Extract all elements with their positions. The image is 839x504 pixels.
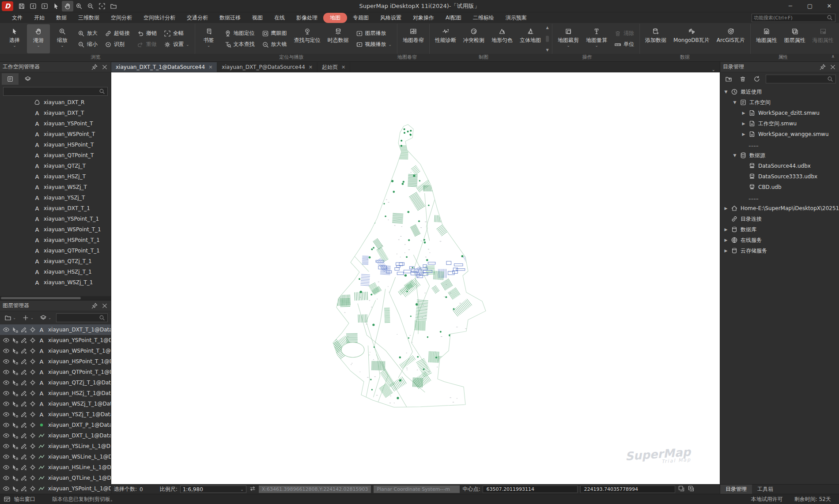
quick-zoomin-button[interactable] — [73, 1, 85, 11]
tree-expander-icon[interactable]: ▶ — [724, 227, 728, 232]
layer-row[interactable]: xiayuan_QTLine_L_1@Dat — [0, 473, 111, 483]
center-x-field[interactable]: 63507.2011993114 — [483, 485, 578, 493]
catalog-tree-item[interactable]: ...... — [720, 139, 839, 150]
menu-tab-空间分析[interactable]: 空间分析 — [105, 13, 138, 23]
layer-row[interactable]: Axiayuan_QTZj_T_1@Data — [0, 377, 111, 388]
ribbon-button-选择[interactable]: 选择⌄ — [3, 24, 26, 53]
workspace-hscrollbar[interactable] — [0, 296, 111, 300]
quick-zoomout-button[interactable] — [85, 1, 96, 11]
ribbon-button-全幅[interactable]: 全幅 — [162, 29, 192, 38]
ribbon-button-书签[interactable]: 书签⌄ — [197, 24, 220, 53]
workspace-tree-item[interactable]: Axiayuan_HSPoint_T — [0, 139, 111, 150]
ribbon-scrollbar[interactable]: ▲▼ — [544, 24, 550, 53]
menu-tab-三维数据[interactable]: 三维数据 — [72, 13, 105, 23]
workspace-tree-item[interactable]: Axiayuan_WSPoint_T — [0, 129, 111, 139]
delete-button[interactable] — [736, 73, 749, 85]
menu-tab-风格设置[interactable]: 风格设置 — [374, 13, 407, 23]
layer-row[interactable]: Axiayuan_HSPoint_T_1@D — [0, 356, 111, 367]
workspace-tree-item[interactable]: Axiayuan_HSZj_T — [0, 171, 111, 182]
workspace-tree-item[interactable]: Axiayuan_WSPoint_T_1 — [0, 224, 111, 235]
catalog-bottom-tab-目录管理[interactable]: 目录管理 — [720, 485, 752, 494]
catalog-tree-item[interactable]: DataSource3333.udbx — [720, 171, 839, 182]
catalog-tree-item[interactable]: ▶WorkSpace_dzitt.smwu — [720, 108, 839, 118]
workspace-tree-item[interactable]: Axiayuan_YSZj_T — [0, 192, 111, 203]
copy-icon[interactable] — [678, 485, 685, 493]
close-icon[interactable] — [101, 64, 108, 71]
ribbon-button-地形匀色[interactable]: 地形匀色 — [488, 24, 516, 53]
catalog-tree-item[interactable]: ▶工作空间.smwu — [720, 118, 839, 129]
layer-row[interactable]: Axiayuan_DXT_T_1@DataS — [0, 324, 111, 335]
menu-tab-二维标绘[interactable]: 二维标绘 — [467, 13, 500, 23]
workspace-scene-tab[interactable] — [19, 73, 36, 85]
ribbon-button-重做[interactable]: 重做 — [135, 40, 159, 49]
output-window-button[interactable]: 输出窗口 — [14, 496, 35, 503]
layer-row[interactable]: xiayuan_WSLine_L_1@Da — [0, 451, 111, 462]
tree-expander-icon[interactable]: ▶ — [724, 248, 728, 253]
ribbon-button-撤销[interactable]: 撤销 — [135, 29, 159, 38]
layer-row[interactable]: xiayuan_HSLine_L_1@Dat — [0, 462, 111, 473]
quick-save-button[interactable] — [16, 1, 27, 11]
ribbon-button-识别[interactable]: 识别 — [102, 40, 132, 49]
tab-list-chevron-icon[interactable]: ⌄ — [707, 67, 720, 72]
map-tab[interactable]: xiayuan_DXT_T_1@DataSource44✕ — [111, 62, 217, 72]
catalog-tree-item[interactable]: ▶Home-E:\SuperMap\iDesktopX\202511\s... — [720, 203, 839, 214]
menu-tab-对象操作[interactable]: 对象操作 — [407, 13, 440, 23]
quick-cursor-button[interactable] — [50, 1, 62, 11]
catalog-search-input[interactable] — [766, 75, 836, 83]
tree-expander-icon[interactable]: ▶ — [724, 238, 728, 242]
catalog-tree-item[interactable]: ...... — [720, 192, 839, 203]
ribbon-button-超链接[interactable]: 超链接 — [102, 29, 132, 38]
map-tab[interactable]: 起始页✕ — [317, 62, 350, 72]
minimize-button[interactable]: ─ — [781, 0, 800, 12]
workspace-tree-item[interactable]: Axiayuan_DXT_T — [0, 108, 111, 118]
layer-row[interactable]: xiayuan_DXT_P_1@DataS — [0, 420, 111, 430]
layers-style-button[interactable]: ⌄ — [37, 312, 54, 323]
ribbon-button-漫游[interactable]: 漫游⌄ — [27, 24, 50, 53]
workspace-tree-item[interactable]: Axiayuan_WSZj_T — [0, 182, 111, 192]
ribbon-button-地图裁剪[interactable]: 地图裁剪⌄ — [555, 24, 582, 53]
catalog-tree-item[interactable]: ▶WorkSpace_wangge.smwu — [720, 129, 839, 139]
catalog-tree-item[interactable]: DataSource44.udbx — [720, 161, 839, 171]
layer-row[interactable]: xiayuan_YSPoint_L_1@D — [0, 483, 111, 494]
center-y-field[interactable]: 224193.74035778994 — [580, 485, 675, 493]
close-tab-icon[interactable]: ✕ — [309, 64, 313, 70]
tree-expander-icon[interactable]: ▶ — [741, 132, 746, 136]
ribbon-button-地图量算[interactable]: 地图量算⌄ — [583, 24, 610, 53]
catalog-tree-item[interactable]: ▶在线服务 — [720, 235, 839, 245]
close-icon[interactable] — [101, 302, 108, 309]
swap-coordinates-icon[interactable] — [249, 485, 256, 493]
catalog-tree-item[interactable]: CBD.udb — [720, 182, 839, 192]
maximize-button[interactable]: ▢ — [800, 0, 820, 12]
scale-combobox[interactable]: 1:6,980⌄ — [180, 485, 246, 493]
menu-tab-数据[interactable]: 数据 — [50, 13, 72, 23]
layer-filter-input[interactable] — [56, 313, 108, 322]
ribbon-button-缩放[interactable]: 缩放⌄ — [51, 24, 74, 53]
tree-expander-icon[interactable]: ▼ — [724, 90, 728, 94]
new-folder-button[interactable] — [722, 73, 735, 85]
workspace-tree-item[interactable]: Axiayuan_HSZj_T_1 — [0, 267, 111, 277]
workspace-tree-item[interactable]: Axiayuan_WSZj_T_1 — [0, 277, 111, 288]
catalog-tree-item[interactable]: ▶数据库 — [720, 224, 839, 235]
ribbon-button-ArcGIS瓦片[interactable]: ArcGIS瓦片 — [714, 24, 748, 53]
ribbon-button-设置[interactable]: 设置⌄ — [162, 40, 192, 49]
pin-icon[interactable] — [819, 64, 826, 71]
layer-row[interactable]: Axiayuan_YSZj_T_1@DataS — [0, 409, 111, 420]
close-tab-icon[interactable]: ✕ — [341, 64, 345, 70]
catalog-bottom-tab-工具箱[interactable]: 工具箱 — [752, 485, 779, 494]
tree-expander-icon[interactable]: ▶ — [741, 121, 746, 126]
catalog-tree-item[interactable]: ▼最近使用 — [720, 87, 839, 97]
tree-expander-icon[interactable]: ▶ — [741, 111, 746, 115]
copy-location-icon[interactable] — [688, 485, 695, 493]
menu-tab-AI配图[interactable]: AI配图 — [440, 13, 467, 23]
quick-hand-button[interactable] — [62, 1, 73, 11]
close-button[interactable]: ✕ — [820, 0, 839, 12]
ribbon-button-图层属性[interactable]: 图层属性 — [781, 24, 809, 53]
menu-tab-文件[interactable]: 文件 — [6, 13, 28, 23]
layer-row[interactable]: Axiayuan_HSZj_T_1@DataS — [0, 388, 111, 399]
layer-row[interactable]: xiayuan_YSLine_L_1@Dat — [0, 441, 111, 451]
ribbon-button-性能诊断[interactable]: 性能诊断 — [432, 24, 459, 53]
tree-expander-icon[interactable]: ▼ — [733, 153, 737, 158]
close-tab-icon[interactable]: ✕ — [208, 64, 212, 70]
menu-tab-交通分析[interactable]: 交通分析 — [181, 13, 214, 23]
workspace-tree-item[interactable]: Axiayuan_YSPoint_T — [0, 118, 111, 129]
